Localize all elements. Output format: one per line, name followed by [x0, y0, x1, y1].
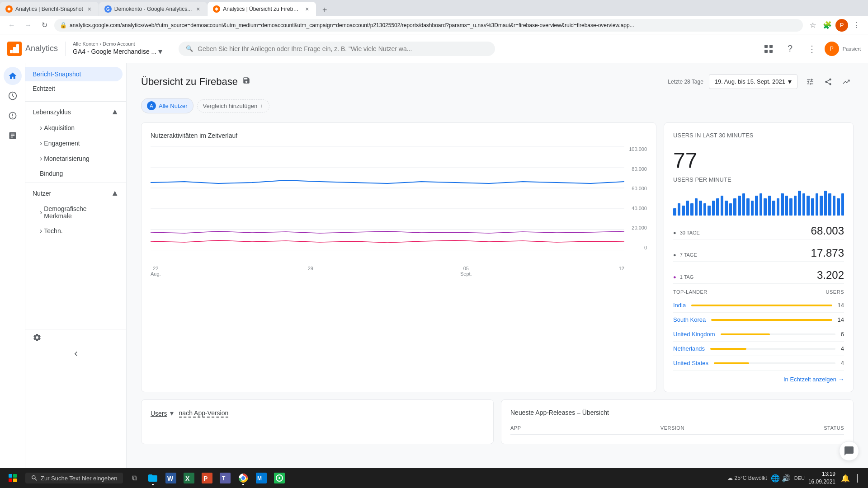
sidebar-item-echtzeit[interactable]: Echtzeit	[25, 81, 123, 96]
sidebar-item-bericht[interactable]: Bericht-Snapshot	[25, 67, 123, 81]
sidebar-item-engagement[interactable]: › Engagement	[25, 136, 123, 151]
menu-icon[interactable]: ⋮	[850, 19, 863, 32]
search-box[interactable]: 🔍	[179, 42, 495, 56]
notifications-icon[interactable]: 🔔	[839, 474, 852, 483]
search-input[interactable]	[198, 45, 488, 52]
reload-button[interactable]: ↻	[38, 19, 51, 32]
sidebar-item-bindung[interactable]: Bindung	[25, 166, 123, 181]
country-users-uk: 6	[841, 331, 844, 338]
country-name-south-korea[interactable]: South Korea	[673, 316, 706, 323]
compare-icon[interactable]	[803, 75, 817, 89]
taskbar-excel[interactable]: X	[181, 470, 197, 486]
country-bar-uk	[721, 333, 770, 335]
releases-table-header: APP VERSION STATUS	[510, 422, 844, 435]
settings-button[interactable]	[25, 329, 126, 346]
tab-1[interactable]: Analytics | Bericht-Snapshot ×	[0, 2, 99, 16]
taskbar-task-view[interactable]: ⧉	[127, 470, 143, 486]
country-name-netherlands[interactable]: Netherlands	[673, 345, 705, 352]
account-selector[interactable]: Alle Konten › Demo Account GA4 - Google …	[73, 41, 162, 56]
mini-bar-item	[738, 196, 741, 216]
realtime-icon[interactable]	[4, 87, 22, 105]
home-icon[interactable]	[4, 67, 22, 85]
users-dropdown-icon[interactable]: ▾	[170, 409, 174, 418]
mini-bar-item	[841, 193, 844, 216]
main-content: Übersicht zu Firebase Letzte 28 Tage 19.…	[127, 63, 868, 488]
taskbar-teams[interactable]: T	[217, 470, 233, 486]
country-row-uk: United Kingdom 6	[673, 327, 844, 342]
country-name-uk[interactable]: United Kingdom	[673, 331, 715, 338]
users-card-title[interactable]: Users	[151, 410, 167, 417]
sidebar-item-demografische[interactable]: › Demografische Merkmale	[25, 202, 123, 223]
sidebar-section-lebenszyklus[interactable]: Lebenszyklus ▲	[25, 103, 126, 120]
pause-label[interactable]: Pausiert	[843, 46, 861, 52]
windows-start-button[interactable]	[4, 469, 22, 487]
country-name-us[interactable]: United States	[673, 360, 708, 366]
chat-button[interactable]	[839, 441, 859, 461]
country-bar-wrapper-india	[691, 305, 832, 306]
show-desktop-icon[interactable]: ▏	[855, 474, 864, 483]
date-range-button[interactable]: 19. Aug. bis 15. Sept. 2021 ▾	[709, 74, 797, 89]
tab-close-1[interactable]: ×	[86, 5, 93, 13]
realtime-link[interactable]: In Echtzeit anzeigen →	[673, 376, 844, 383]
sidebar-section-nutzer[interactable]: Nutzer ▲	[25, 185, 126, 202]
country-row-india: India 14	[673, 298, 844, 313]
explore-icon[interactable]	[4, 107, 22, 125]
tab-close-2[interactable]: ×	[194, 5, 202, 13]
header-search[interactable]: 🔍	[179, 42, 495, 56]
country-bar-wrapper-uk	[721, 333, 835, 335]
share-icon[interactable]	[821, 75, 835, 89]
country-bar-us	[714, 362, 749, 364]
bookmark-icon[interactable]: ☆	[807, 19, 819, 32]
country-users-us: 4	[841, 360, 844, 366]
forward-button[interactable]: →	[22, 19, 34, 32]
taskbar-search[interactable]: Zur Suche Text hier eingeben	[25, 473, 123, 483]
taskbar-weather[interactable]: ☁ 25°C Bewölkt	[727, 475, 767, 481]
mini-bar-item	[686, 201, 689, 216]
more-options-icon[interactable]: ⋮	[803, 40, 821, 58]
address-bar[interactable]: 🔒 analytics.google.com/analytics/web/#ut…	[54, 19, 803, 32]
mini-bar-item	[798, 191, 801, 216]
app-header: Analytics Alle Konten › Demo Account GA4…	[0, 34, 868, 63]
x-label-2: 05 Sept.	[460, 266, 472, 277]
insights-icon[interactable]	[839, 75, 854, 89]
expand-icon: ›	[40, 139, 42, 147]
sidebar-item-techn[interactable]: › Techn.	[25, 223, 123, 239]
save-report-icon[interactable]	[242, 76, 250, 87]
extensions-icon[interactable]: 🧩	[821, 19, 834, 32]
volume-icon[interactable]: 🔊	[782, 474, 791, 483]
taskbar-app-7[interactable]: M	[253, 470, 269, 486]
new-tab-button[interactable]: +	[318, 4, 331, 16]
country-name-india[interactable]: India	[673, 302, 686, 309]
tab-3[interactable]: Analytics | Übersicht zu Firebase ×	[208, 2, 316, 16]
y-label-0: 100.000	[629, 146, 647, 152]
help-icon[interactable]: ?	[781, 40, 799, 58]
tab-close-3[interactable]: ×	[303, 5, 311, 13]
svg-text:P: P	[203, 475, 208, 482]
sidebar-item-monetarisierung[interactable]: › Monetarisierung	[25, 151, 123, 166]
sidebar-item-akquisition[interactable]: › Akquisition	[25, 120, 123, 136]
back-button[interactable]: ←	[5, 19, 18, 32]
collapse-sidebar-button[interactable]	[25, 346, 126, 362]
col-version: VERSION	[660, 425, 684, 431]
add-comparison-button[interactable]: Vergleich hinzufügen +	[197, 99, 269, 113]
y-label-3: 40.000	[629, 206, 647, 211]
tab-title-3: Analytics | Übersicht zu Firebase	[223, 6, 301, 12]
all-users-filter[interactable]: A Alle Nutzer	[141, 98, 193, 113]
taskbar-powerpoint[interactable]: P	[199, 470, 215, 486]
taskbar-clock[interactable]: 13:19 16.09.2021	[808, 470, 835, 486]
tab-2[interactable]: G Demokonto - Google Analytics... ×	[99, 2, 207, 16]
network-icon[interactable]: 🌐	[771, 474, 780, 483]
user-avatar[interactable]: P	[825, 42, 839, 56]
taskbar-explorer[interactable]	[145, 470, 161, 486]
stat-period-1: 7 TAGE	[680, 252, 697, 258]
taskbar-language: DEU	[794, 475, 805, 481]
reports-icon[interactable]	[4, 127, 22, 145]
mini-bar-item	[725, 201, 728, 216]
apps-grid-icon[interactable]	[760, 40, 778, 58]
taskbar-chrome[interactable]	[235, 470, 251, 486]
account-name[interactable]: GA4 - Google Merchandise ... ▾	[73, 47, 162, 56]
countries-section: TOP-LÄNDER USERS India 14 South Korea	[673, 289, 844, 383]
taskbar-app-8[interactable]	[271, 470, 288, 486]
taskbar-word[interactable]: W	[163, 470, 179, 486]
profile-icon[interactable]: P	[835, 19, 848, 32]
